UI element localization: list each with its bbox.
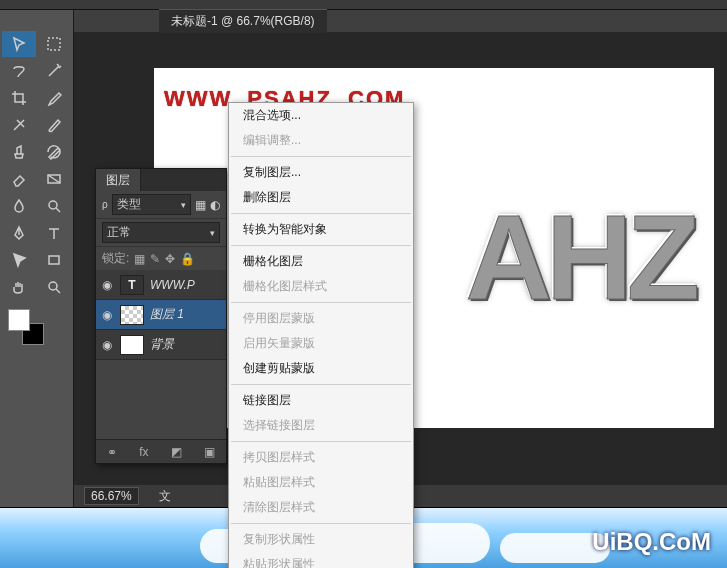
layer-thumbnail[interactable] [120, 305, 144, 325]
layer-name[interactable]: 图层 1 [150, 306, 184, 323]
menu-item[interactable]: 复制图层... [229, 160, 413, 185]
healing-brush-tool[interactable] [2, 112, 36, 138]
brush-tool[interactable] [38, 112, 72, 138]
svg-point-4 [49, 282, 57, 290]
layer-row-raster[interactable]: ◉ 图层 1 [96, 300, 226, 330]
svg-rect-0 [48, 38, 60, 50]
layer-filter-dropdown[interactable]: 类型▾ [112, 194, 191, 215]
zoom-tool[interactable] [38, 274, 72, 300]
watermark-brand: UiBQ.CoM [592, 528, 711, 556]
layer-mask-icon[interactable]: ◩ [171, 445, 182, 459]
visibility-toggle-icon[interactable]: ◉ [100, 338, 114, 352]
layer-name[interactable]: 背景 [150, 336, 174, 353]
menu-item[interactable]: 转换为智能对象 [229, 217, 413, 242]
blend-mode-dropdown[interactable]: 正常▾ [102, 222, 220, 243]
pen-tool[interactable] [2, 220, 36, 246]
filter-adjust-icon[interactable]: ◐ [210, 198, 220, 212]
menu-item[interactable]: 创建剪贴蒙版 [229, 356, 413, 381]
app-menubar[interactable] [0, 0, 727, 10]
clone-stamp-tool[interactable] [2, 139, 36, 165]
svg-rect-3 [49, 256, 59, 264]
document-tab[interactable]: 未标题-1 @ 66.7%(RGB/8) [159, 9, 327, 33]
blur-tool[interactable] [2, 193, 36, 219]
status-info[interactable]: 文 [159, 488, 171, 505]
visibility-toggle-icon[interactable]: ◉ [100, 308, 114, 322]
rectangle-tool[interactable] [38, 247, 72, 273]
menu-separator [231, 441, 411, 442]
svg-point-2 [49, 201, 57, 209]
menu-item[interactable]: 栅格化图层 [229, 249, 413, 274]
layer-style-icon[interactable]: fx [139, 445, 148, 459]
history-brush-tool[interactable] [38, 139, 72, 165]
dodge-tool[interactable] [38, 193, 72, 219]
crop-tool[interactable] [2, 85, 36, 111]
filter-pixel-icon[interactable]: ▦ [195, 198, 206, 212]
layer-thumbnail[interactable] [120, 335, 144, 355]
menu-item: 启用矢量蒙版 [229, 331, 413, 356]
menu-item: 停用图层蒙版 [229, 306, 413, 331]
lock-paint-icon[interactable]: ✎ [150, 252, 160, 266]
canvas-main-text: AHZ [465, 188, 694, 326]
layer-row-background[interactable]: ◉ 背景 [96, 330, 226, 360]
path-selection-tool[interactable] [2, 247, 36, 273]
menu-item: 栅格化图层样式 [229, 274, 413, 299]
lock-position-icon[interactable]: ✥ [165, 252, 175, 266]
menu-item: 编辑调整... [229, 128, 413, 153]
toolbox [0, 10, 74, 507]
menu-separator [231, 156, 411, 157]
type-tool[interactable] [38, 220, 72, 246]
lock-label: 锁定: [102, 250, 129, 267]
layer-thumbnail[interactable]: T [120, 275, 144, 295]
menu-separator [231, 213, 411, 214]
menu-separator [231, 523, 411, 524]
layers-panel-tab[interactable]: 图层 [96, 169, 141, 191]
new-group-icon[interactable]: ▣ [204, 445, 215, 459]
menu-separator [231, 302, 411, 303]
eraser-tool[interactable] [2, 166, 36, 192]
menu-item: 粘贴形状属性 [229, 552, 413, 568]
layers-panel: 图层 ρ 类型▾ ▦ ◐ 正常▾ 锁定: ▦ ✎ ✥ 🔒 ◉ T WWW [95, 168, 227, 464]
photoshop-window: 未标题-1 @ 66.7%(RGB/8) WWW. PSAHZ. COM AHZ… [0, 0, 727, 508]
eyedropper-tool[interactable] [38, 85, 72, 111]
layers-panel-footer: ⚭ fx ◩ ▣ [96, 439, 226, 463]
menu-separator [231, 245, 411, 246]
menu-separator [231, 384, 411, 385]
menu-item: 清除图层样式 [229, 495, 413, 520]
menu-item[interactable]: 链接图层 [229, 388, 413, 413]
layer-context-menu: 混合选项...编辑调整...复制图层...删除图层转换为智能对象栅格化图层栅格化… [228, 102, 414, 568]
hand-tool[interactable] [2, 274, 36, 300]
gradient-tool[interactable] [38, 166, 72, 192]
magic-wand-tool[interactable] [38, 58, 72, 84]
layers-list: ◉ T WWW.P ◉ 图层 1 ◉ 背景 [96, 270, 226, 360]
layer-row-text[interactable]: ◉ T WWW.P [96, 270, 226, 300]
menu-item: 粘贴图层样式 [229, 470, 413, 495]
zoom-level-field[interactable]: 66.67% [84, 487, 139, 505]
menu-item: 拷贝图层样式 [229, 445, 413, 470]
marquee-tool[interactable] [38, 31, 72, 57]
visibility-toggle-icon[interactable]: ◉ [100, 278, 114, 292]
lock-all-icon[interactable]: 🔒 [180, 252, 195, 266]
layer-name[interactable]: WWW.P [150, 278, 195, 292]
lock-transparency-icon[interactable]: ▦ [134, 252, 145, 266]
menu-item[interactable]: 混合选项... [229, 103, 413, 128]
menu-item: 复制形状属性 [229, 527, 413, 552]
menu-item[interactable]: 删除图层 [229, 185, 413, 210]
move-tool[interactable] [2, 31, 36, 57]
foreground-color-swatch[interactable] [8, 309, 30, 331]
document-tabs: 未标题-1 @ 66.7%(RGB/8) [74, 10, 727, 32]
lasso-tool[interactable] [2, 58, 36, 84]
link-layers-icon[interactable]: ⚭ [107, 445, 117, 459]
menu-item: 选择链接图层 [229, 413, 413, 438]
color-swatches[interactable] [2, 307, 71, 347]
